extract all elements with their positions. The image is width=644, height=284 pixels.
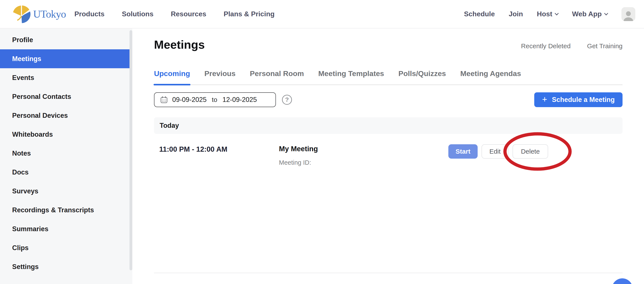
chevron-down-icon xyxy=(604,11,608,15)
recently-deleted-link[interactable]: Recently Deleted xyxy=(521,42,570,50)
sidebar-item-personal-contacts[interactable]: Personal Contacts xyxy=(0,87,130,106)
edit-button[interactable]: Edit xyxy=(482,144,508,159)
filter-row: 09-09-2025 to 12-09-2025 ? + Schedule a … xyxy=(154,92,622,107)
sidebar-item-events[interactable]: Events xyxy=(0,68,130,87)
date-to-value[interactable]: 12-09-2025 xyxy=(222,96,257,104)
brand-name: UTokyo xyxy=(33,8,66,20)
nav-join[interactable]: Join xyxy=(509,10,523,18)
tab-meeting-agendas[interactable]: Meeting Agendas xyxy=(460,69,521,84)
content-inner: Meetings Recently Deleted Get Training U… xyxy=(154,29,622,284)
nav-solutions[interactable]: Solutions xyxy=(122,10,154,18)
nav-resources[interactable]: Resources xyxy=(171,10,206,18)
calendar-icon xyxy=(160,96,168,104)
sidebar-nav: Profile Meetings Events Personal Contact… xyxy=(0,29,132,276)
plus-icon: + xyxy=(542,95,547,104)
start-button[interactable]: Start xyxy=(448,144,478,159)
today-label: Today xyxy=(160,122,179,129)
sidebar: Profile Meetings Events Personal Contact… xyxy=(0,29,132,284)
sidebar-item-notes[interactable]: Notes xyxy=(0,144,130,163)
sidebar-item-meetings[interactable]: Meetings xyxy=(0,49,130,68)
delete-button[interactable]: Delete xyxy=(512,144,548,159)
page-title: Meetings xyxy=(154,39,205,51)
sidebar-item-summaries[interactable]: Summaries xyxy=(0,219,130,238)
main-content: Meetings Recently Deleted Get Training U… xyxy=(132,29,644,284)
meeting-id-label: Meeting ID: xyxy=(279,159,318,166)
meetings-tab-bar: Upcoming Previous Personal Room Meeting … xyxy=(154,69,622,85)
brand-logo[interactable]: UTokyo xyxy=(12,5,70,24)
tab-polls-quizzes[interactable]: Polls/Quizzes xyxy=(398,69,446,84)
sidebar-item-recordings-transcripts[interactable]: Recordings & Transcripts xyxy=(0,201,130,219)
meeting-row: 11:00 PM - 12:00 AM My Meeting Meeting I… xyxy=(154,134,622,184)
nav-plans-pricing[interactable]: Plans & Pricing xyxy=(224,10,274,18)
meeting-time: 11:00 PM - 12:00 AM xyxy=(159,145,227,154)
help-icon[interactable]: ? xyxy=(282,95,292,105)
user-avatar[interactable] xyxy=(622,7,635,21)
secondary-nav: Schedule Join Host Web App xyxy=(464,7,635,21)
schedule-meeting-button[interactable]: + Schedule a Meeting xyxy=(534,92,622,107)
date-range-picker[interactable]: 09-09-2025 to 12-09-2025 xyxy=(154,92,276,107)
sidebar-scrollbar[interactable] xyxy=(130,30,132,270)
nav-schedule[interactable]: Schedule xyxy=(464,10,495,18)
top-navigation: UTokyo Products Solutions Resources Plan… xyxy=(0,0,644,29)
header-links: Recently Deleted Get Training xyxy=(521,42,622,51)
tab-upcoming[interactable]: Upcoming xyxy=(154,69,190,84)
tab-meeting-templates[interactable]: Meeting Templates xyxy=(318,69,384,84)
person-icon xyxy=(622,10,634,21)
chevron-down-icon xyxy=(555,11,558,15)
nav-web-app-label: Web App xyxy=(572,10,602,18)
utokyo-logo-icon xyxy=(12,5,31,24)
date-separator: to xyxy=(212,96,217,103)
primary-nav: Products Solutions Resources Plans & Pri… xyxy=(74,10,274,18)
schedule-meeting-label: Schedule a Meeting xyxy=(552,96,615,104)
sidebar-item-settings[interactable]: Settings xyxy=(0,257,130,276)
page-header: Meetings Recently Deleted Get Training xyxy=(154,29,622,51)
get-training-link[interactable]: Get Training xyxy=(587,42,622,50)
nav-products[interactable]: Products xyxy=(74,10,104,18)
today-section-header: Today xyxy=(154,117,622,134)
sidebar-item-whiteboards[interactable]: Whiteboards xyxy=(0,125,130,144)
tab-previous[interactable]: Previous xyxy=(204,69,236,84)
nav-web-app[interactable]: Web App xyxy=(572,10,608,18)
sidebar-item-clips[interactable]: Clips xyxy=(0,238,130,257)
tab-personal-room[interactable]: Personal Room xyxy=(250,69,304,84)
meeting-title[interactable]: My Meeting xyxy=(279,145,318,153)
nav-host[interactable]: Host xyxy=(537,10,558,18)
nav-host-label: Host xyxy=(537,10,552,18)
meeting-info: My Meeting Meeting ID: xyxy=(279,145,318,166)
sidebar-item-profile[interactable]: Profile xyxy=(0,30,130,49)
content-divider xyxy=(154,273,622,273)
sidebar-item-surveys[interactable]: Surveys xyxy=(0,182,130,201)
date-from-value[interactable]: 09-09-2025 xyxy=(172,96,207,104)
sidebar-item-personal-devices[interactable]: Personal Devices xyxy=(0,106,130,125)
sidebar-item-docs[interactable]: Docs xyxy=(0,163,130,182)
